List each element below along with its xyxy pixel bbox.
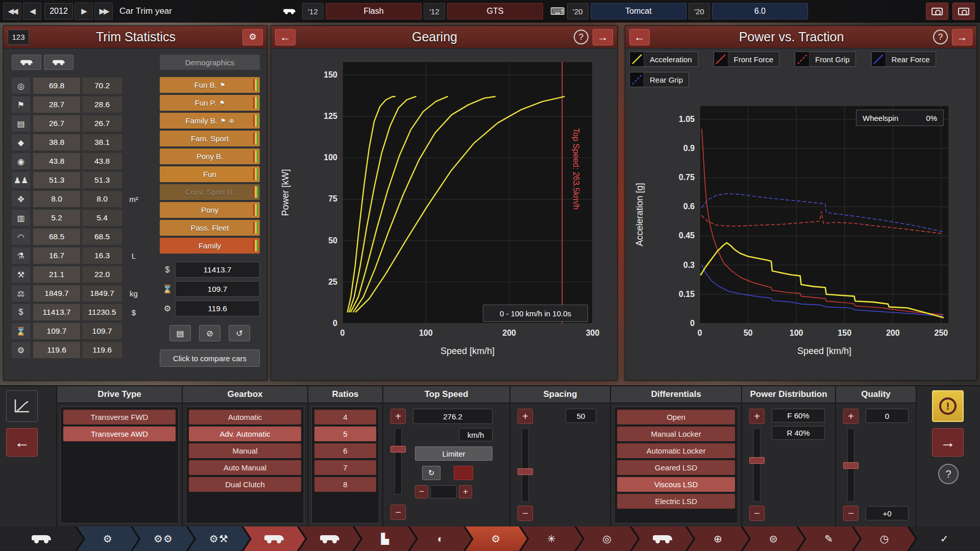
prev-graph-button[interactable]: ←	[629, 29, 650, 45]
distribution-slider-handle[interactable]	[749, 457, 765, 464]
toolbar-tab-brakes[interactable]: ⊕	[687, 527, 749, 551]
model-slot[interactable]: Flash	[326, 3, 422, 19]
gearbox-option-adv-automatic[interactable]: Adv. Automatic	[189, 427, 301, 441]
top-speed-fine-input[interactable]	[430, 485, 457, 498]
model-slot[interactable]: GTS	[447, 3, 543, 19]
help-icon[interactable]: ?	[574, 30, 589, 44]
gearbox-option-dual-clutch[interactable]: Dual Clutch	[189, 477, 301, 492]
demographic-conv-sport-b-[interactable]: Conv. Sport B.	[160, 184, 260, 200]
demographic-family-b-[interactable]: Family B. ⚑ ⊕	[160, 113, 260, 129]
back-button[interactable]: ←	[6, 428, 38, 457]
compare-cars-button[interactable]: Click to compare cars	[160, 349, 260, 367]
differential-option-manual-locker[interactable]: Manual Locker	[617, 427, 735, 441]
quality-increase-button[interactable]: +	[843, 409, 859, 424]
limiter-indicator[interactable]	[454, 466, 473, 480]
distribution-rear-button[interactable]: −	[749, 506, 765, 521]
demographic-pony-b-[interactable]: Pony B.	[160, 148, 260, 164]
quality-decrease-button[interactable]: −	[843, 506, 859, 521]
demographic-family[interactable]: Family	[160, 238, 260, 254]
clear-button[interactable]: ⊘	[199, 325, 220, 341]
differential-option-geared-lsd[interactable]: Geared LSD	[617, 460, 735, 475]
demographic-fam-sport[interactable]: Fam. Sport	[160, 131, 260, 146]
fine-increase-button[interactable]: +	[459, 485, 472, 498]
legend-front-grip[interactable]: Front Grip	[795, 52, 856, 67]
fine-decrease-button[interactable]: −	[415, 485, 428, 498]
help-button[interactable]: ?	[938, 464, 959, 484]
quality-slider[interactable]	[847, 428, 854, 502]
top-speed-increase-button[interactable]: +	[390, 409, 406, 424]
next-graph-button[interactable]: →	[593, 29, 613, 45]
demographic-pony[interactable]: Pony	[160, 202, 260, 218]
demographic-pass-fleet[interactable]: Pass. Fleet	[160, 220, 260, 236]
legend-rear-grip[interactable]: Rear Grip	[629, 72, 689, 87]
top-speed-decrease-button[interactable]: −	[390, 505, 406, 520]
model-slot[interactable]: 6.0	[712, 3, 808, 19]
forward-button[interactable]: →	[932, 428, 964, 457]
top-speed-value[interactable]: 276.2	[413, 409, 493, 424]
legend-front-force[interactable]: Front Force	[714, 52, 780, 67]
demographic-fun[interactable]: Fun	[160, 166, 260, 182]
demographic-fun-b-[interactable]: Fun B. ⚑	[160, 77, 260, 93]
demographic-fun-p-[interactable]: Fun P. ⚑	[160, 95, 260, 111]
year-prev-button[interactable]: ◀	[23, 3, 41, 20]
ratios-option-5[interactable]: 5	[314, 427, 376, 441]
screenshot-button[interactable]	[952, 3, 975, 20]
distribution-slider[interactable]	[753, 428, 761, 502]
next-graph-button[interactable]: →	[952, 29, 972, 45]
quality-slider-handle[interactable]	[843, 462, 859, 469]
toolbar-tab-detailing[interactable]: ✎	[798, 527, 860, 551]
spacing-increase-button[interactable]: +	[518, 409, 533, 424]
photo-mode-button[interactable]	[926, 3, 948, 20]
legend-rear-force[interactable]: Rear Force	[871, 52, 936, 67]
toolbar-tab-car-body[interactable]	[0, 527, 83, 551]
toolbar-tab-engine-variant[interactable]: ⚙⚙	[133, 527, 194, 551]
limiter-button[interactable]: Limiter	[415, 446, 493, 461]
prev-graph-button[interactable]: ←	[275, 29, 296, 45]
top-speed-slider-handle[interactable]	[390, 446, 406, 453]
model-slot[interactable]: Tomcat	[591, 3, 687, 19]
year-next-button[interactable]: ▶	[75, 3, 93, 20]
tab-car-side[interactable]	[44, 55, 74, 70]
spacing-slider[interactable]	[522, 428, 529, 502]
differential-option-automatic-locker[interactable]: Automatic Locker	[617, 443, 735, 458]
toolbar-tab-aerodynamics[interactable]	[632, 527, 694, 551]
spacing-slider-handle[interactable]	[518, 468, 533, 475]
graph-toggle-button[interactable]	[6, 390, 38, 422]
gearbox-option-manual[interactable]: Manual	[189, 443, 301, 458]
year-first-button[interactable]: ◀◀	[3, 3, 21, 20]
ratios-option-8[interactable]: 8	[314, 477, 376, 492]
drive-type-option-transverse-fwd[interactable]: Transverse FWD	[63, 410, 176, 424]
toolbar-tab-fixtures[interactable]: ◐	[410, 527, 472, 551]
spacing-decrease-button[interactable]: −	[518, 506, 533, 521]
toolbar-tab-tires[interactable]: ◎	[576, 527, 638, 551]
toolbar-tab-testing[interactable]: ◷	[854, 527, 916, 551]
undo-button[interactable]: ↺	[229, 325, 250, 341]
ratios-option-6[interactable]: 6	[314, 443, 376, 458]
top-speed-slider[interactable]	[395, 428, 402, 494]
year-last-button[interactable]: ▶▶	[94, 3, 113, 20]
toolbar-tab-trim-body[interactable]	[243, 527, 305, 551]
toolbar-tab-finish[interactable]: ✓	[909, 527, 980, 551]
tab-car-front[interactable]	[12, 55, 41, 70]
toolbar-tab-suspension[interactable]	[299, 527, 361, 551]
toolbar-tab-gearing[interactable]: ⚙	[465, 527, 527, 551]
year-value[interactable]: 2012	[44, 3, 73, 19]
ratios-option-7[interactable]: 7	[314, 460, 376, 475]
drive-type-option-transverse-awd[interactable]: Transverse AWD	[63, 427, 176, 441]
gearbox-option-auto-manual[interactable]: Auto Manual	[189, 460, 301, 475]
limiter-auto-button[interactable]: ↻	[422, 466, 440, 480]
distribution-front-button[interactable]: +	[749, 409, 765, 424]
stats-mode-toggle[interactable]: 123	[8, 30, 29, 45]
legend-acceleration[interactable]: Acceleration	[629, 52, 698, 67]
ratios-option-4[interactable]: 4	[314, 410, 376, 424]
warning-button[interactable]: !	[932, 390, 964, 422]
toolbar-tab-wheels[interactable]: ✳	[521, 527, 582, 551]
toolbar-tab-interior[interactable]: ▙	[354, 527, 416, 551]
differential-option-open[interactable]: Open	[617, 410, 735, 424]
differential-option-viscous-lsd[interactable]: Viscous LSD	[617, 477, 735, 492]
tuning-gears-button[interactable]: ⚙	[242, 29, 263, 45]
spacing-value[interactable]: 50	[566, 409, 596, 423]
differential-option-electric-lsd[interactable]: Electric LSD	[617, 494, 735, 509]
copy-button[interactable]: ▤	[169, 325, 191, 341]
help-icon[interactable]: ?	[933, 30, 948, 44]
